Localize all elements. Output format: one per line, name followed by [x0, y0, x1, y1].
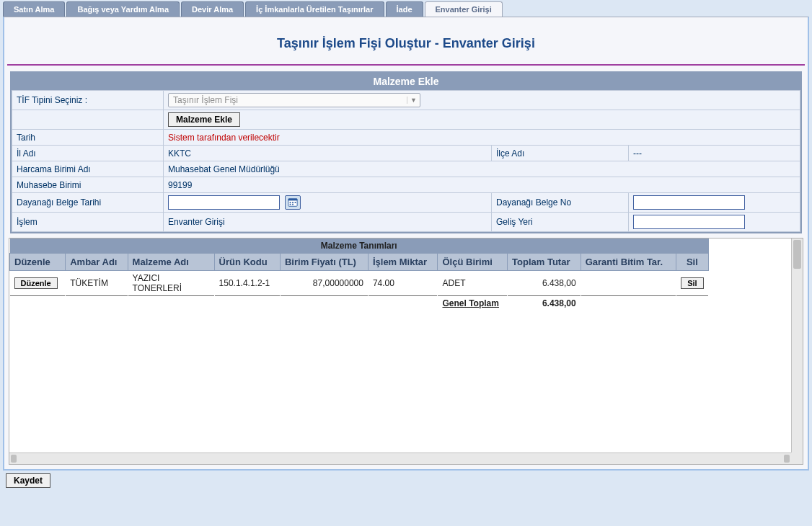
chevron-down-icon: ▼	[407, 97, 420, 104]
section-header: Malzeme Ekle	[12, 73, 800, 90]
horizontal-scrollbar[interactable]	[9, 453, 791, 464]
svg-rect-5	[290, 204, 291, 205]
cell-olcu: ADET	[438, 271, 508, 296]
dayanagi-no-label: Dayanağı Belge No	[492, 193, 629, 213]
malzeme-ekle-section: Malzeme Ekle TİF Tipini Seçiniz : Taşını…	[10, 71, 802, 233]
svg-rect-6	[292, 204, 294, 205]
col-urun: Ürün Kodu	[214, 254, 280, 271]
sum-value: 6.438,00	[508, 296, 581, 311]
harcama-label: Harcama Birimi Adı	[12, 161, 164, 177]
gelis-input[interactable]	[633, 215, 745, 229]
dayanagi-tarih-input[interactable]	[168, 195, 280, 210]
table-row: Düzenle TÜKETİM YAZICI TONERLERİ 150.1.4…	[10, 271, 709, 296]
muhasebe-label: Muhasebe Birimi	[12, 177, 164, 193]
cell-birim-fiyat: 87,00000000	[280, 271, 368, 296]
scroll-corner	[791, 453, 803, 464]
col-garanti: Garanti Bitim Tar.	[581, 254, 676, 271]
tarih-label: Tarih	[12, 130, 164, 146]
cell-malzeme: YAZICI TONERLERİ	[128, 271, 214, 296]
sil-button[interactable]: Sil	[681, 277, 703, 289]
malzeme-ekle-button[interactable]: Malzeme Ekle	[168, 112, 240, 127]
ilce-value: ---	[629, 146, 800, 161]
gelis-label: Geliş Yeri	[492, 213, 629, 232]
svg-rect-1	[288, 199, 297, 201]
cell-ambar: TÜKETİM	[66, 271, 128, 296]
grid-title: Malzeme Tanımları	[10, 239, 709, 254]
duzenle-button[interactable]: Düzenle	[14, 277, 58, 289]
col-toplam: Toplam Tutar	[508, 254, 581, 271]
page-title: Taşınır İşlem Fişi Oluştur - Envanter Gi…	[7, 24, 805, 64]
col-olcu: Ölçü Birimi	[438, 254, 508, 271]
col-duzenle: Düzenle	[10, 254, 66, 271]
main-panel: Taşınır İşlem Fişi Oluştur - Envanter Gi…	[3, 17, 809, 471]
vertical-scrollbar[interactable]	[791, 239, 803, 453]
tab-ic-imkan[interactable]: İç İmkanlarla Üretilen Taşınırlar	[245, 1, 384, 17]
dayanagi-no-input[interactable]	[633, 195, 745, 210]
tab-satin-alma[interactable]: Satın Alma	[3, 1, 65, 17]
tab-bagis[interactable]: Bağış veya Yardım Alma	[66, 1, 180, 17]
divider	[7, 64, 805, 66]
grid-header-row: Düzenle Ambar Adı Malzeme Adı Ürün Kodu …	[10, 254, 709, 271]
tab-envanter[interactable]: Envanter Girişi	[425, 1, 503, 17]
col-ambar: Ambar Adı	[66, 254, 128, 271]
sum-row: Genel Toplam 6.438,00	[10, 296, 709, 311]
ilce-label: İlçe Adı	[492, 146, 629, 161]
tarih-value: Sistem tarafından verilecektir	[168, 133, 280, 143]
tab-bar: Satın Alma Bağış veya Yardım Alma Devir …	[1, 1, 811, 17]
svg-rect-3	[292, 202, 294, 203]
kaydet-button[interactable]: Kaydet	[6, 473, 50, 488]
svg-rect-4	[295, 202, 296, 203]
col-malzeme: Malzeme Adı	[128, 254, 214, 271]
muhasebe-value: 99199	[164, 177, 800, 193]
islem-value: Envanter Girişi	[164, 213, 492, 232]
islem-label: İşlem	[12, 213, 164, 232]
tif-value: Taşınır İşlem Fişi	[169, 95, 407, 105]
tif-dropdown[interactable]: Taşınır İşlem Fişi ▼	[168, 93, 420, 107]
cell-urun: 150.1.4.1.2-1	[214, 271, 280, 296]
col-birim-fiyat: Birim Fiyatı (TL)	[280, 254, 368, 271]
tab-devir[interactable]: Devir Alma	[181, 1, 244, 17]
harcama-value: Muhasebat Genel Müdürlüğü	[164, 161, 800, 177]
il-value: KKTC	[164, 146, 492, 161]
grid-table: Malzeme Tanımları Düzenle Ambar Adı Malz…	[9, 239, 709, 311]
grid-container: Malzeme Tanımları Düzenle Ambar Adı Malz…	[9, 238, 803, 465]
col-miktar: İşlem Miktar	[368, 254, 438, 271]
dayanagi-tarih-label: Dayanağı Belge Tarihi	[12, 193, 164, 213]
form-table: TİF Tipini Seçiniz : Taşınır İşlem Fişi …	[12, 90, 800, 232]
cell-garanti	[581, 271, 676, 296]
tab-iade[interactable]: İade	[386, 1, 423, 17]
svg-rect-2	[290, 202, 291, 203]
calendar-icon[interactable]	[285, 195, 301, 210]
il-label: İl Adı	[12, 146, 164, 161]
tif-label: TİF Tipini Seçiniz :	[12, 91, 164, 110]
sum-label: Genel Toplam	[442, 298, 498, 308]
col-sil: Sil	[676, 254, 708, 271]
cell-toplam: 6.438,00	[508, 271, 581, 296]
cell-miktar: 74.00	[368, 271, 438, 296]
